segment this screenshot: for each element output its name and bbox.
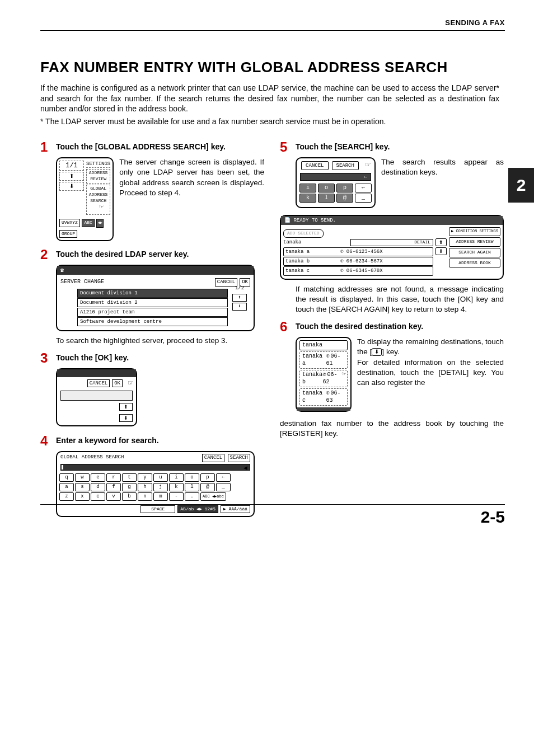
key-f[interactable]: f [106,483,121,491]
scroll-up-icon[interactable]: ⬆ [59,172,84,181]
key-c[interactable]: c [91,492,105,501]
top-rule [40,30,505,31]
chapter-tab: 2 [508,168,534,203]
key-backspace[interactable]: ← [216,473,231,482]
tab-abc[interactable]: ABC [82,219,94,227]
address-book-button[interactable]: ADDRESS BOOK [449,259,500,268]
key-case-toggle[interactable]: ABC ◀▶abc [200,492,226,501]
server-item-4[interactable]: Software development centre [77,317,228,326]
search-input[interactable] [300,173,371,181]
keyboard-input[interactable]: ◀ [60,464,250,471]
destination-query: tanaka [299,340,348,350]
key-mode-toggle-1[interactable]: AB/ab ◀▶ 12#$ [177,505,218,514]
server-item-1[interactable]: Document division 1 [77,289,228,298]
backspace-icon[interactable]: ◀ [242,464,249,470]
key-z[interactable]: z [59,492,74,501]
search-again-button[interactable]: SEARCH AGAIN [449,248,500,257]
skey-underscore[interactable]: _ [355,194,372,203]
hand-pointer-icon [362,161,370,169]
step-6-header: 6 Touch the desired destination key. [280,320,504,334]
ok-panel-field [60,391,133,401]
page-fraction: 1/1 [59,161,84,171]
settings-panel: 1/1 ⬆ ⬇ SETTINGS ADDRESS REVIEW GLOBAL A… [56,157,114,241]
skey-p[interactable]: p [336,184,353,192]
server-scroll-up-icon[interactable]: ⬆ [232,294,247,302]
dest-row-1[interactable]: tanaka a 06-61 [299,351,348,369]
dest-row-2[interactable]: tanaka b 06-62 [299,370,348,387]
key-h[interactable]: h [138,483,152,491]
condition-settings-button[interactable]: ▶ CONDITION SETTINGS [449,227,500,236]
tab-arrows-icon[interactable]: ◀▶ [96,219,103,227]
search-search-button[interactable]: SEARCH [332,161,359,170]
key-underscore[interactable]: _ [216,483,231,491]
key-x[interactable]: x [75,492,90,501]
key-b[interactable]: b [122,492,137,501]
address-review-button[interactable]: ADDRESS REVIEW [86,169,110,184]
key-at[interactable]: @ [200,483,215,491]
search-panel: CANCEL SEARCH i o p ← k l @ [296,157,376,208]
step-5-note: If matching addresses are not found, a m… [296,284,504,315]
tab-uvwxyz[interactable]: UVWXYZ [59,219,80,227]
skey-backspace[interactable]: ← [355,184,372,192]
key-dot[interactable]: . [185,492,199,501]
key-e[interactable]: e [91,473,105,482]
key-dash[interactable]: - [169,492,184,501]
key-k[interactable]: k [169,483,184,491]
key-l[interactable]: l [185,483,199,491]
key-space[interactable]: SPACE [140,505,175,514]
global-address-search-button[interactable]: GLOBAL ADDRESS SEARCH [86,185,110,215]
address-review-button-2[interactable]: ADDRESS REVIEW [449,237,500,247]
ok-panel-cancel-button[interactable]: CANCEL [87,379,110,387]
result-row-1[interactable]: tanaka a ✆ 06-6123-456X [283,247,433,256]
skey-l[interactable]: l [318,194,335,203]
key-m[interactable]: m [153,492,168,501]
tab-group[interactable]: GROUP [59,230,77,238]
server-scroll-down-icon[interactable]: ⬇ [232,303,247,311]
results-scroll-down-icon[interactable]: ⬇ [435,247,447,255]
key-t[interactable]: t [122,473,137,482]
key-q[interactable]: q [59,473,74,482]
result-row-2[interactable]: tanaka b ✆ 06-6234-567X [283,257,433,266]
scroll-down-icon[interactable]: ⬇ [59,182,84,191]
results-scroll-up-icon[interactable]: ⬆ [435,238,447,246]
key-s[interactable]: s [75,483,90,491]
result-row-3[interactable]: tanaka c ✆ 06-6345-678X [283,266,433,275]
step-6-title: Touch the desired destination key. [296,320,423,334]
ok-scroll-down-icon[interactable]: ⬇ [119,414,133,422]
key-v[interactable]: v [106,492,121,501]
step-6-number: 6 [280,320,291,334]
skey-at[interactable]: @ [336,194,353,203]
ok-panel: CANCEL OK ⬆ ⬇ [56,368,137,426]
step-3-number: 3 [40,351,51,365]
skey-i[interactable]: i [299,184,316,192]
key-w[interactable]: w [75,473,90,482]
key-j[interactable]: j [153,483,168,491]
key-o[interactable]: o [185,473,199,482]
key-n[interactable]: n [138,492,152,501]
add-selected-button[interactable]: ADD SELECTED [283,229,324,238]
step-2-header: 2 Touch the desired LDAP server key. [40,248,264,261]
key-y[interactable]: y [138,473,152,482]
key-u[interactable]: u [153,473,168,482]
key-a[interactable]: a [59,483,74,491]
key-row-3: z x c v b n m - . ABC ◀▶abc [59,492,251,501]
dest-row-3[interactable]: tanaka c 06-63 [299,388,348,406]
keyboard-cancel-button[interactable]: CANCEL [202,454,224,462]
key-r[interactable]: r [106,473,121,482]
detail-button[interactable]: DETAIL [350,239,433,246]
server-item-3[interactable]: A1210 project team [77,308,228,317]
skey-o[interactable]: o [318,184,335,192]
server-item-2[interactable]: Document division 2 [77,298,228,307]
key-i[interactable]: i [169,473,184,482]
ok-scroll-up-icon[interactable]: ⬆ [119,403,133,411]
server-change-bar: ☎ [57,266,254,275]
key-mode-toggle-2[interactable]: ▶ ÃÄÂ/ãäâ [221,505,250,514]
key-d[interactable]: d [91,483,105,491]
skey-k[interactable]: k [299,194,316,203]
ok-panel-ok-button[interactable]: OK [112,379,123,387]
keyboard-search-button[interactable]: SEARCH [228,454,250,462]
right-column: 5 Touch the [SEARCH] key. CANCEL SEARCH … [280,137,504,517]
key-p[interactable]: p [200,473,215,482]
key-g[interactable]: g [122,483,137,491]
search-cancel-button[interactable]: CANCEL [301,161,328,170]
